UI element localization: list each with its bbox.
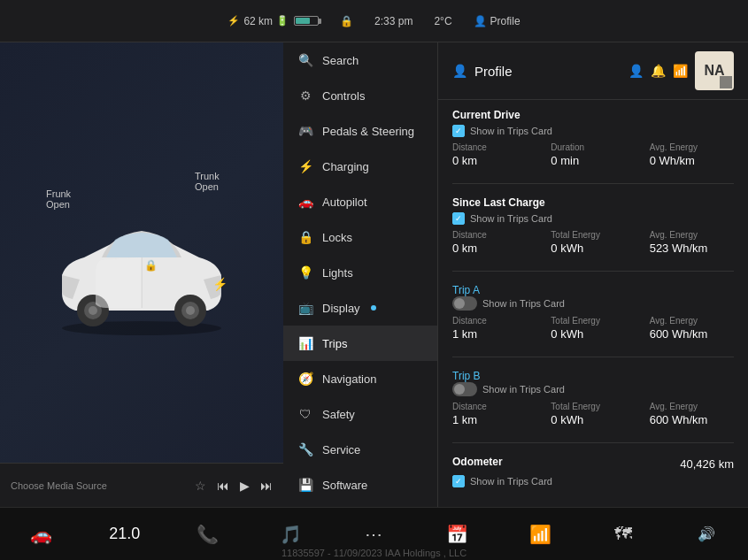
current-drive-checkbox[interactable]: ✓ (452, 125, 465, 137)
info-panel: 👤 Profile 👤 🔔 📶 NA Current Drive (438, 42, 748, 507)
battery-icon: 🔋 (276, 15, 289, 27)
software-icon: 💾 (297, 478, 313, 492)
taskbar-phone[interactable]: 📞 (187, 513, 229, 556)
nav-label-autopilot: Autopilot (322, 196, 367, 209)
odometer-value: 40,426 km (680, 457, 734, 471)
nav-item-locks[interactable]: 🔒 Locks (283, 219, 437, 255)
nav-item-navigation[interactable]: 🧭 Navigation (283, 361, 437, 396)
nav-item-display[interactable]: 📺 Display (283, 290, 437, 326)
nav-label-navigation: Navigation (322, 372, 376, 386)
nav-item-software[interactable]: 💾 Software (283, 467, 437, 502)
favorite-button[interactable]: ☆ (195, 479, 206, 493)
user-add-icon[interactable]: 👤 (628, 64, 644, 78)
divider-3 (452, 357, 734, 357)
media-source-label[interactable]: Choose Media Source (11, 480, 184, 491)
trip-a-stats: Distance 1 km Total Energy 0 kWh Avg. En… (452, 316, 734, 341)
lock-status: 🔒 (340, 15, 353, 27)
car-visualization: 🔒 ⚡ (35, 209, 248, 341)
since-last-charge-checkbox[interactable]: ✓ (452, 212, 465, 225)
nav-label-controls: Controls (322, 89, 365, 103)
car-svg: 🔒 ⚡ (35, 209, 248, 341)
trip-b-avg-energy: Avg. Energy 600 Wh/km (650, 402, 734, 426)
since-last-charge-section: Since Last Charge ✓ Show in Trips Card D… (438, 188, 748, 267)
odometer-checkbox[interactable]: ✓ (452, 475, 465, 487)
since-last-charge-checkbox-row[interactable]: ✓ Show in Trips Card (452, 212, 734, 225)
nav-item-safety[interactable]: 🛡 Safety (283, 396, 437, 432)
temp-value: 2°C (434, 15, 451, 27)
current-drive-checkbox-label: Show in Trips Card (470, 126, 552, 136)
next-button[interactable]: ⏭ (260, 479, 273, 493)
trip-b-energy-total: Total Energy 0 kWh (551, 402, 635, 426)
profile-icon: 👤 (474, 15, 487, 27)
svg-point-7 (186, 306, 195, 315)
profile-status[interactable]: 👤 Profile (474, 15, 521, 27)
time-status: 2:33 pm (374, 15, 413, 27)
nav-label-display: Display (322, 302, 360, 315)
nav-label-trips: Trips (322, 337, 347, 350)
current-drive-title: Current Drive (452, 109, 734, 121)
trip-a-toggle[interactable] (452, 296, 477, 311)
profile-label: Profile (490, 15, 521, 27)
distance-icon: ⚡ (227, 15, 240, 27)
taskbar-temp: 21.0 (104, 513, 146, 556)
svg-text:⚡: ⚡ (212, 277, 228, 292)
trip-a-distance: Distance 1 km (452, 316, 536, 341)
current-drive-energy: Avg. Energy 0 Wh/km (650, 142, 734, 167)
distance-value: 62 km (243, 15, 273, 27)
svg-point-4 (89, 306, 97, 315)
profile-title: Profile (474, 64, 621, 79)
wifi-icon[interactable]: 📶 (673, 64, 688, 78)
media-controls: Choose Media Source ☆ ⏮ ▶ ⏭ (0, 463, 283, 507)
service-icon: 🔧 (297, 442, 313, 456)
divider-1 (452, 183, 734, 184)
trip-a-section: Trip A Show in Trips Card Distance 1 km … (438, 275, 748, 353)
display-dot (371, 305, 376, 311)
locks-icon: 🔒 (297, 230, 313, 244)
trip-a-checkbox-row[interactable]: Show in Trips Card (452, 296, 734, 311)
nav-label-search: Search (322, 54, 359, 67)
autopilot-icon: 🚗 (297, 195, 313, 209)
trip-b-toggle[interactable] (452, 382, 477, 396)
lock-icon: 🔒 (340, 15, 353, 27)
nav-item-service[interactable]: 🔧 Service (283, 432, 437, 467)
since-last-charge-stats: Distance 0 km Total Energy 0 kWh Avg. En… (452, 230, 734, 255)
trip-b-title[interactable]: Trip B (452, 370, 734, 382)
nav-item-charging[interactable]: ⚡ Charging (283, 149, 437, 184)
play-button[interactable]: ▶ (240, 479, 250, 493)
temp-status: 2°C (434, 15, 451, 27)
prev-button[interactable]: ⏮ (217, 479, 229, 493)
header-icons: 👤 🔔 📶 NA (628, 51, 734, 90)
nav-item-lights[interactable]: 💡 Lights (283, 255, 437, 290)
odometer-label: Odometer (452, 456, 503, 468)
nav-label-safety: Safety (322, 408, 355, 421)
trip-b-stats: Distance 1 km Total Energy 0 kWh Avg. En… (452, 402, 734, 426)
trip-a-avg-energy: Avg. Energy 600 Wh/km (650, 316, 734, 341)
taskbar-car[interactable]: 🚗 (20, 513, 63, 556)
current-drive-checkbox-row[interactable]: ✓ Show in Trips Card (452, 125, 734, 137)
taskbar-network[interactable]: 📶 (519, 513, 561, 556)
odometer-section: Odometer 40,426 km ✓ Show in Trips Card (438, 447, 748, 498)
nav-label-locks: Locks (322, 231, 352, 244)
nav-item-pedals[interactable]: 🎮 Pedals & Steering (283, 113, 437, 149)
trip-a-title[interactable]: Trip A (452, 284, 734, 296)
distance-status: ⚡ 62 km 🔋 (227, 15, 319, 27)
trips-icon: 📊 (297, 336, 313, 350)
notification-icon[interactable]: 🔔 (651, 64, 666, 78)
nav-item-controls[interactable]: ⚙ Controls (283, 78, 437, 113)
current-drive-section: Current Drive ✓ Show in Trips Card Dista… (438, 100, 748, 180)
nav-item-autopilot[interactable]: 🚗 Autopilot (283, 184, 437, 219)
nav-item-trips[interactable]: 📊 Trips (283, 326, 437, 361)
taskbar-volume[interactable]: 🔊 (685, 513, 728, 556)
nav-item-search[interactable]: 🔍 Search (283, 42, 437, 78)
nav-label-pedals: Pedals & Steering (322, 125, 414, 138)
taskbar-map[interactable]: 🗺 (602, 513, 644, 556)
frunk-label: Frunk Open (46, 188, 71, 210)
since-last-charge-title: Since Last Charge (452, 196, 734, 209)
nav-label-software: Software (322, 479, 367, 492)
nav-menu: 🔍 Search ⚙ Controls 🎮 Pedals & Steering … (283, 42, 438, 507)
display-icon: 📺 (297, 301, 313, 315)
odometer-checkbox-row[interactable]: ✓ Show in Trips Card (452, 475, 734, 487)
since-last-charge-distance: Distance 0 km (452, 230, 536, 255)
charging-icon: ⚡ (297, 159, 313, 173)
trip-b-checkbox-row[interactable]: Show in Trips Card (452, 382, 734, 396)
